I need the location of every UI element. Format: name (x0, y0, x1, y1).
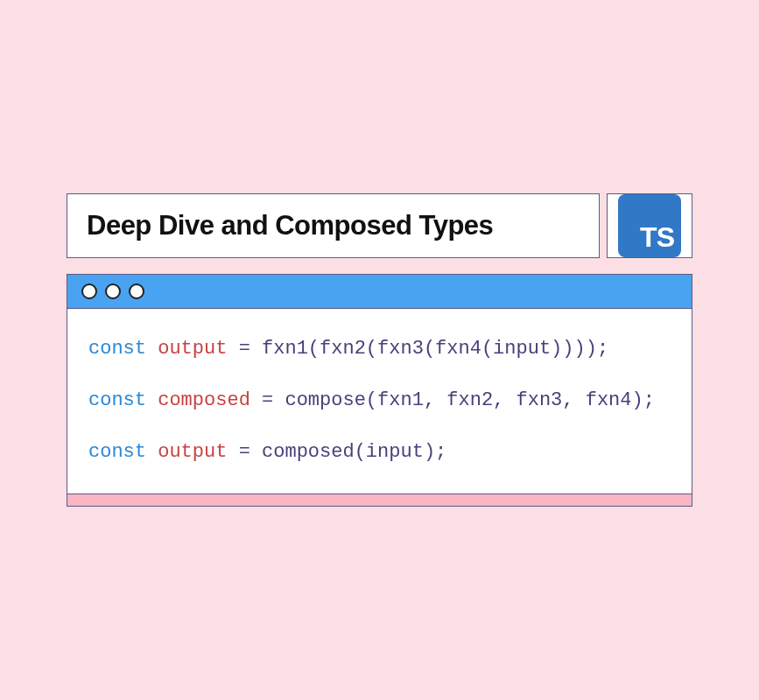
window-control-dot (105, 284, 121, 299)
page-title: Deep Dive and Composed Types (87, 210, 493, 242)
variable: composed (158, 389, 250, 411)
variable: output (158, 441, 227, 463)
operator: = (250, 389, 285, 411)
keyword: const (88, 441, 146, 463)
expression: compose(fxn1, fxn2, fxn3, fxn4); (285, 389, 654, 411)
expression: fxn1(fxn2(fxn3(fxn4(input)))); (262, 338, 608, 360)
operator: = (227, 441, 262, 463)
expression: composed(input); (262, 441, 446, 463)
code-line: const composed = compose(fxn1, fxn2, fxn… (88, 385, 671, 416)
header-row: Deep Dive and Composed Types TS (67, 193, 692, 258)
window-control-dot (129, 284, 144, 299)
code-line: const output = fxn1(fxn2(fxn3(fxn4(input… (88, 333, 671, 364)
window-control-dot (81, 284, 97, 299)
content-container: Deep Dive and Composed Types TS const ou… (67, 193, 692, 508)
window-titlebar (67, 275, 692, 309)
logo-box: TS (607, 193, 692, 258)
logo-text: TS (640, 221, 674, 254)
variable: output (158, 338, 227, 360)
keyword: const (88, 389, 146, 411)
keyword: const (88, 338, 146, 360)
code-line: const output = composed(input); (88, 437, 671, 467)
title-box: Deep Dive and Composed Types (67, 193, 600, 258)
code-body: const output = fxn1(fxn2(fxn3(fxn4(input… (67, 309, 692, 494)
typescript-logo-icon: TS (618, 194, 681, 257)
window-footer-bar (67, 494, 692, 507)
code-window: const output = fxn1(fxn2(fxn3(fxn4(input… (67, 274, 692, 495)
operator: = (227, 338, 262, 360)
